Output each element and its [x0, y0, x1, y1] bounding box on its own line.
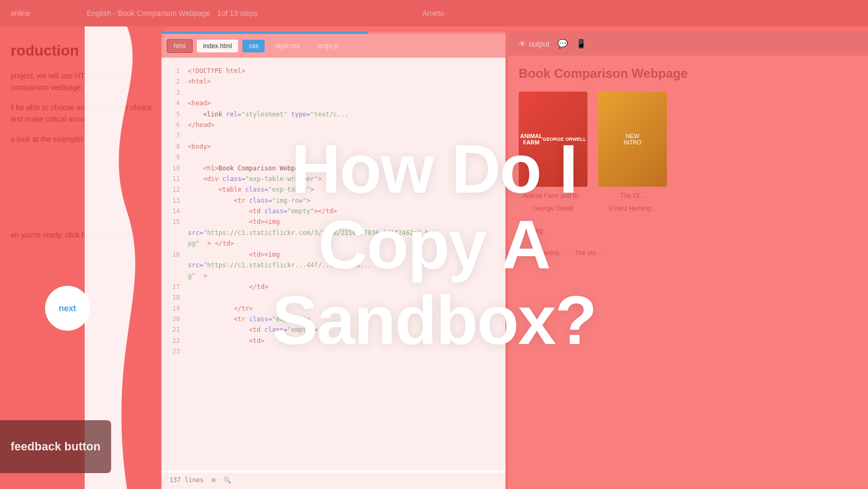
book2-name: The Ol...: [598, 192, 667, 200]
code-line-16c: g">: [169, 270, 498, 281]
tab-css-type[interactable]: css: [242, 40, 265, 52]
feedback-button-label: feedback button: [11, 439, 101, 455]
code-line-2: 2<html>: [169, 76, 498, 87]
code-line-6: 6</head>: [169, 120, 498, 130]
code-line-21: 21 <td class="empty">: [169, 324, 498, 335]
code-line-12: 12 <table class="exp-table">: [169, 184, 498, 195]
eye-icon: 👁: [519, 40, 526, 48]
code-line-18: 18: [169, 292, 498, 303]
code-line-9: 9: [169, 152, 498, 162]
left-panel-para2: ll be able to choose any two books r cho…: [11, 102, 153, 125]
book2-column: NEWINTRO The Ol... Ernest Heming...: [598, 92, 667, 212]
code-line-23: 23: [169, 346, 498, 357]
background-layer: online English - Book Comparison Webpage…: [0, 0, 868, 489]
left-panel-para1: project, we will use HTML to create k co…: [11, 70, 153, 94]
output-panel: 👁 output 💬 📱 Book Comparison Webpage ANI…: [508, 32, 868, 489]
book1-column: ANIMALFARMGEORGE ORWELL Animal Farm and …: [519, 92, 587, 212]
book-comparison-title: Book Comparison Webpage: [519, 66, 857, 81]
tab-css-file[interactable]: style.css: [269, 40, 306, 52]
opening-label: Opening: [519, 227, 857, 234]
code-line-17: 17 </td>: [169, 282, 498, 292]
book2-cover: NEWINTRO: [598, 92, 667, 187]
left-panel: roduction project, we will use HTML to c…: [0, 26, 164, 489]
tablet-icon[interactable]: 💬: [557, 39, 568, 49]
code-line-1: 1<!DOCTYPE html>: [169, 66, 498, 76]
next-button-label: next: [59, 304, 76, 313]
section-text1: In the opening...: [519, 249, 564, 257]
output-content: Book Comparison Webpage ANIMALFARMGEORGE…: [508, 56, 868, 267]
code-line-11: 11 <div class="exp-table-wrapper">: [169, 174, 498, 184]
settings-icon[interactable]: ⚙: [212, 476, 215, 484]
username: Arneto: [422, 9, 444, 17]
next-button[interactable]: next: [45, 286, 90, 331]
book1-cover: ANIMALFARMGEORGE ORWELL: [519, 92, 587, 187]
code-line-14: 14 <td class="empty"></td>: [169, 206, 498, 216]
line-count: 137 lines: [169, 476, 204, 484]
tab-html-type[interactable]: html: [167, 39, 193, 53]
books-row: ANIMALFARMGEORGE ORWELL Animal Farm and …: [519, 92, 857, 212]
search-icon[interactable]: 🔍: [223, 476, 231, 484]
lesson-title: English - Book Comparison Webpage: [87, 9, 210, 17]
mobile-icon[interactable]: 📱: [576, 39, 586, 49]
section-text2: The sto...: [575, 249, 601, 257]
code-line-19: 19 </tr>: [169, 303, 498, 314]
code-line-22: 22 <td>: [169, 336, 498, 346]
output-tabs: 👁 output 💬 📱: [508, 32, 868, 56]
code-line-8: 8<body>: [169, 141, 498, 152]
status-bar: 137 lines ⚙ 🔍: [161, 470, 505, 489]
tab-js-file[interactable]: script.js: [310, 40, 345, 52]
output-tab-label: output: [529, 40, 549, 48]
feedback-button[interactable]: feedback button: [0, 420, 111, 473]
code-line-15b: src="https://c1.staticflickr.com/3/2328/…: [169, 228, 498, 238]
book1-name: Animal Farm and th...: [519, 192, 587, 200]
code-line-3: 3: [169, 87, 498, 98]
book2-author: Ernest Heming...: [598, 205, 667, 212]
code-line-13: 13 <tr class="img-row">: [169, 195, 498, 206]
output-tab[interactable]: 👁 output: [519, 40, 549, 48]
code-line-10: 10 <h1>Book Comparison Webpage</h1>: [169, 163, 498, 174]
code-line-15c: pg"> </td>: [169, 238, 498, 249]
online-status: online: [11, 9, 30, 17]
topbar: online English - Book Comparison Webpage…: [0, 0, 868, 26]
section-texts: In the opening... The sto...: [519, 244, 857, 257]
book1-author: George Orwell: [519, 205, 587, 212]
editor-tabs: html index.html css style.css script.js: [161, 34, 505, 58]
tab-html-file[interactable]: index.html: [197, 40, 239, 52]
code-line-16b: src="https://c1.staticflickr...44f/...9a…: [169, 260, 498, 270]
code-line-7: 7: [169, 130, 498, 141]
code-editor[interactable]: html index.html css style.css script.js …: [161, 32, 505, 489]
code-line-4: 4<head>: [169, 98, 498, 108]
total-steps: of 13 steps: [221, 9, 258, 17]
code-line-16: 16 <td><img: [169, 249, 498, 260]
left-panel-para3: a look at the example!: [11, 133, 153, 145]
code-line-15: 15 <td><img: [169, 216, 498, 227]
code-line-5: 5 <link rel="stylesheet" type="text/c...: [169, 109, 498, 120]
code-content[interactable]: 1<!DOCTYPE html> 2<html> 3 4<head> 5 <li…: [161, 58, 505, 473]
code-line-20: 20 <tr class="exp-row">: [169, 314, 498, 324]
step-count: 1: [218, 9, 222, 17]
